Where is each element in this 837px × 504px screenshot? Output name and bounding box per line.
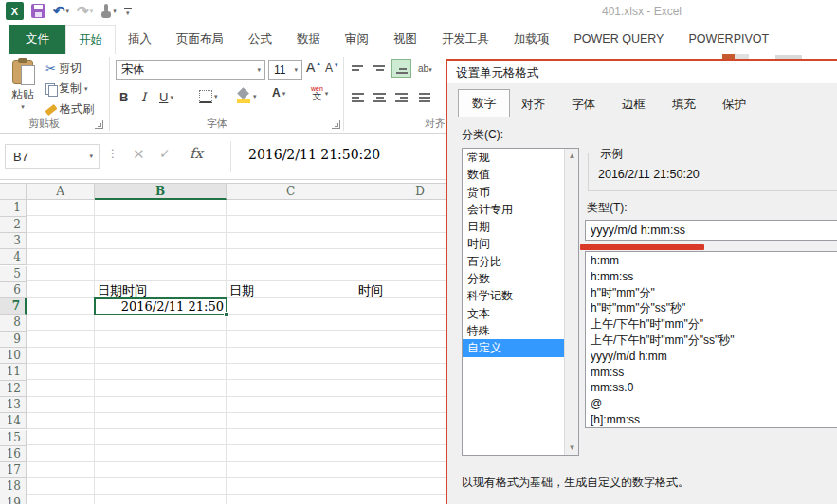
category-item-时间[interactable]: 时间	[463, 235, 578, 252]
row-header-1[interactable]: 1	[0, 200, 27, 216]
copy-button[interactable]: 复制▾	[45, 81, 88, 97]
fill-color-caret-icon[interactable]: ▾	[253, 93, 257, 100]
dialog-tab-保护[interactable]: 保护	[709, 92, 759, 117]
category-item-数值[interactable]: 数值	[463, 166, 578, 183]
category-item-自定义[interactable]: 自定义	[463, 339, 578, 356]
cell-B6[interactable]: 日期时间	[95, 282, 227, 298]
ribbon-tab-开发工具[interactable]: 开发工具	[429, 25, 501, 54]
row-header-8[interactable]: 8	[0, 315, 27, 331]
type-item[interactable]: mm:ss	[586, 365, 837, 381]
fill-color-button[interactable]: ▾	[237, 89, 257, 103]
ribbon-tab-审阅[interactable]: 审阅	[333, 25, 381, 54]
ribbon-tab-开始[interactable]: 开始	[65, 25, 116, 54]
copy-caret-icon[interactable]: ▾	[84, 85, 88, 93]
category-item-日期[interactable]: 日期	[463, 218, 578, 235]
dialog-tab-数字[interactable]: 数字	[458, 89, 510, 117]
row-header-17[interactable]: 17	[0, 462, 27, 478]
type-item[interactable]: 上午/下午h"时"mm"分"ss"秒"	[586, 333, 837, 349]
row-header-10[interactable]: 10	[0, 348, 27, 364]
touch-caret-icon[interactable]: ▾	[113, 8, 117, 15]
type-listbox[interactable]: h:mmh:mm:ssh"时"mm"分"h"时"mm"分"ss"秒"上午/下午h…	[585, 251, 837, 428]
dialog-tab-边框[interactable]: 边框	[609, 92, 659, 117]
save-icon[interactable]	[31, 4, 45, 18]
touch-mode-button[interactable]: ▾	[100, 4, 117, 18]
row-header-14[interactable]: 14	[0, 413, 27, 429]
insert-function-button[interactable]: fx	[190, 145, 203, 162]
decrease-indent-button[interactable]	[415, 88, 435, 107]
row-header-5[interactable]: 5	[0, 266, 27, 282]
type-item[interactable]: h"时"mm"分"	[586, 285, 837, 301]
font-name-select[interactable]: 宋体▾	[116, 60, 265, 80]
category-item-货币[interactable]: 货币	[463, 184, 578, 201]
align-middle-button[interactable]	[370, 59, 390, 78]
select-all-corner[interactable]	[0, 183, 27, 200]
type-item[interactable]: mm:ss.0	[586, 380, 837, 396]
align-top-button[interactable]	[348, 59, 368, 78]
ribbon-tab-数据[interactable]: 数据	[284, 25, 333, 54]
ribbon-tab-页面布局[interactable]: 页面布局	[164, 25, 236, 54]
dialog-tab-字体[interactable]: 字体	[558, 92, 609, 117]
scroll-down-icon[interactable]: ▼	[565, 441, 579, 455]
row-header-19[interactable]: 19	[0, 495, 27, 504]
undo-caret-icon[interactable]: ▾	[66, 8, 70, 15]
row-header-13[interactable]: 13	[0, 397, 27, 413]
formula-bar-input[interactable]: 2016/2/11 21:50:20	[248, 147, 380, 162]
category-item-文本[interactable]: 文本	[463, 305, 578, 322]
type-item[interactable]: 上午/下午h"时"mm"分"	[586, 316, 837, 333]
type-item[interactable]: @	[586, 396, 837, 412]
increase-font-button[interactable]: A▴	[306, 60, 320, 75]
category-item-分数[interactable]: 分数	[463, 270, 578, 287]
format-painter-button[interactable]: 格式刷	[45, 101, 94, 117]
phonetic-caret-icon[interactable]: ▾	[325, 90, 329, 98]
row-header-2[interactable]: 2	[0, 217, 27, 233]
row-header-3[interactable]: 3	[0, 233, 27, 249]
type-item[interactable]: h"时"mm"分"ss"秒"	[586, 300, 837, 316]
category-item-会计专用[interactable]: 会计专用	[463, 201, 578, 218]
font-color-caret-icon[interactable]: ▾	[282, 90, 286, 98]
bold-button[interactable]: B	[119, 90, 128, 104]
ribbon-tab-视图[interactable]: 视图	[381, 25, 429, 54]
align-left-button[interactable]	[348, 88, 368, 107]
type-item[interactable]: yyyy/m/d h:mm	[586, 349, 837, 365]
borders-button[interactable]: ▾	[199, 90, 218, 103]
cut-button[interactable]: ✂剪切	[45, 61, 82, 77]
ribbon-tab-加载项[interactable]: 加载项	[501, 25, 562, 54]
formula-bar-separator[interactable]: ⋮	[107, 147, 118, 160]
ribbon-tab-公式[interactable]: 公式	[236, 25, 284, 54]
ribbon-tab-POWERPIVOT[interactable]: POWERPIVOT	[676, 25, 781, 54]
type-item[interactable]: h:mm:ss	[586, 269, 837, 285]
category-item-常规[interactable]: 常规	[463, 149, 578, 166]
category-item-特殊[interactable]: 特殊	[463, 322, 578, 339]
clipboard-dialog-launcher[interactable]	[95, 120, 103, 129]
name-box[interactable]: B7▾	[5, 144, 100, 169]
column-header-C[interactable]: C	[227, 183, 355, 200]
row-header-18[interactable]: 18	[0, 478, 27, 495]
row-header-12[interactable]: 12	[0, 381, 27, 397]
underline-caret-icon[interactable]: ▾	[170, 94, 173, 101]
fill-handle[interactable]	[224, 312, 229, 317]
row-header-9[interactable]: 9	[0, 332, 27, 348]
name-box-caret-icon[interactable]: ▾	[89, 153, 99, 160]
dialog-title-bar[interactable]: 设置单元格格式	[447, 61, 837, 83]
redo-caret-icon[interactable]: ▾	[90, 8, 94, 15]
font-dialog-launcher[interactable]	[332, 120, 340, 129]
scroll-up-icon[interactable]: ▲	[565, 149, 579, 163]
undo-button[interactable]: ↶▾	[53, 4, 69, 18]
category-item-科学记数[interactable]: 科学记数	[463, 287, 578, 304]
underline-button[interactable]: U▾	[159, 90, 173, 104]
type-item[interactable]: h:mm	[586, 253, 837, 269]
borders-caret-icon[interactable]: ▾	[214, 93, 218, 100]
type-input[interactable]: yyyy/m/d h:mm:ss	[585, 220, 837, 241]
font-size-select[interactable]: 11▾	[268, 60, 302, 80]
ribbon-tab-POWER QUERY[interactable]: POWER QUERY	[562, 25, 677, 54]
customize-qat-button[interactable]: ▾	[124, 8, 132, 15]
ribbon-tab-插入[interactable]: 插入	[116, 25, 164, 54]
column-header-A[interactable]: A	[27, 183, 95, 200]
align-center-button[interactable]	[370, 88, 390, 107]
ribbon-tab-文件[interactable]: 文件	[9, 25, 65, 54]
column-header-B[interactable]: B	[95, 183, 227, 200]
row-header-15[interactable]: 15	[0, 430, 27, 446]
phonetic-button[interactable]: wén文▾	[311, 86, 328, 101]
align-bottom-button[interactable]	[391, 59, 411, 78]
row-header-4[interactable]: 4	[0, 249, 27, 265]
